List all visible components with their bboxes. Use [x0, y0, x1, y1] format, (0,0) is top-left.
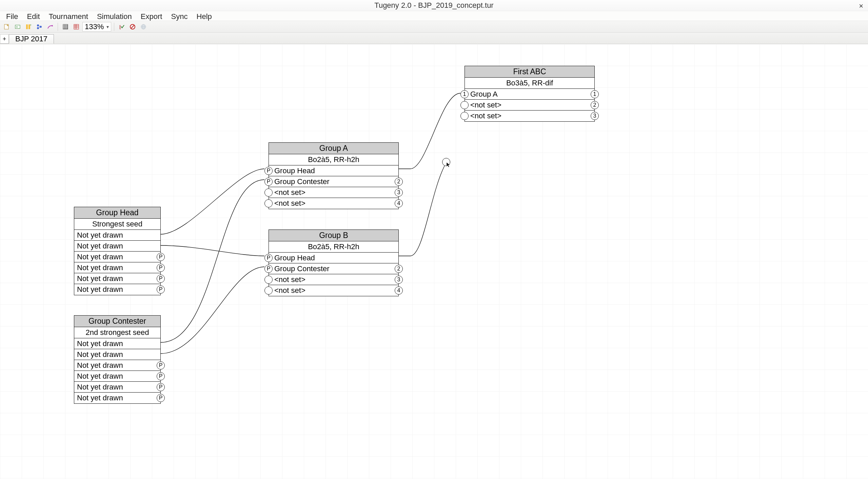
output-port[interactable]: 1	[591, 90, 599, 98]
input-port[interactable]	[264, 188, 273, 197]
new-branch-icon[interactable]	[35, 22, 44, 32]
zoom-selector[interactable]: 133%▾	[82, 22, 111, 32]
stage-row[interactable]: <not set> 4	[269, 198, 398, 209]
seed-row[interactable]: Not yet drawnP	[74, 284, 160, 295]
tab-bjp2017[interactable]: BJP 2017	[9, 34, 54, 44]
seed-row[interactable]: Not yet drawnP	[74, 360, 160, 371]
node-group-b[interactable]: Group B Bo2à5, RR-h2h P Group Head P Gro…	[269, 229, 399, 296]
input-port[interactable]: P	[264, 265, 273, 273]
stage-row[interactable]: P Group Contester 2	[269, 176, 398, 187]
stage-row[interactable]: <not set> 2	[465, 100, 594, 111]
stage-row[interactable]: <not set> 3	[269, 187, 398, 198]
seed-row[interactable]: Not yet drawnP	[74, 262, 160, 273]
menu-bar: File Edit Tournament Simulation Export S…	[0, 11, 868, 21]
input-port[interactable]	[264, 199, 273, 207]
stage-row[interactable]: P Group Contester 2	[269, 263, 398, 274]
node-subtitle: Bo2à5, RR-h2h	[269, 241, 398, 253]
seed-row[interactable]: Not yet drawn	[74, 230, 160, 241]
input-port[interactable]	[264, 286, 273, 295]
validate-icon[interactable]	[117, 22, 126, 32]
output-port[interactable]: P	[157, 383, 165, 391]
input-port[interactable]	[460, 101, 469, 109]
menu-edit[interactable]: Edit	[24, 11, 43, 21]
stage-row[interactable]: <not set> 3	[465, 111, 594, 121]
toolbar-separator	[58, 23, 58, 31]
node-subtitle: Strongest seed	[74, 219, 160, 230]
input-port[interactable]: P	[264, 254, 273, 262]
grid-icon[interactable]	[61, 22, 70, 32]
output-port[interactable]: P	[157, 275, 165, 283]
forbidden-icon[interactable]	[128, 22, 137, 32]
svg-line-10	[39, 25, 40, 27]
stage-row[interactable]: <not set> 4	[269, 285, 398, 296]
seed-row[interactable]: Not yet drawnP	[74, 252, 160, 262]
output-port[interactable]: 3	[591, 112, 599, 120]
node-title: Group A	[269, 143, 398, 154]
zoom-value: 133%	[85, 22, 104, 31]
node-subtitle: Bo2à5, RR-h2h	[269, 154, 398, 165]
output-port[interactable]: P	[157, 253, 165, 261]
menu-tournament[interactable]: Tournament	[45, 11, 92, 21]
output-port[interactable]: P	[157, 264, 165, 272]
node-first-abc[interactable]: First ABC Bo3à5, RR-dif 1 Group A 1 <not…	[465, 66, 595, 122]
menu-sync[interactable]: Sync	[168, 11, 191, 21]
output-port[interactable]: 3	[395, 188, 403, 197]
chevron-down-icon: ▾	[106, 24, 109, 29]
svg-line-26	[131, 25, 134, 28]
stage-row[interactable]: P Group Head	[269, 165, 398, 176]
output-port[interactable]: 2	[395, 265, 403, 273]
node-group-a[interactable]: Group A Bo2à5, RR-h2h P Group Head P Gro…	[269, 142, 399, 209]
svg-point-12	[52, 25, 53, 26]
node-title: Group B	[269, 230, 398, 241]
grid-red-icon[interactable]	[72, 22, 81, 32]
delete-icon[interactable]	[45, 22, 55, 32]
menu-export[interactable]: Export	[137, 11, 166, 21]
node-group-contester[interactable]: Group Contester 2nd strongest seed Not y…	[74, 315, 161, 404]
input-port[interactable]: P	[264, 167, 273, 175]
output-port[interactable]: P	[157, 394, 165, 402]
seed-row[interactable]: Not yet drawnP	[74, 273, 160, 284]
input-port[interactable]	[264, 276, 273, 284]
output-port[interactable]: 2	[395, 178, 403, 186]
close-icon[interactable]: ×	[859, 1, 863, 12]
node-title: First ABC	[465, 66, 594, 78]
input-port[interactable]	[460, 112, 469, 120]
new-stage-icon[interactable]: +	[13, 22, 22, 32]
cursor-icon	[446, 162, 452, 167]
output-port[interactable]: 4	[395, 286, 403, 295]
new-bracket-icon[interactable]: +	[24, 22, 33, 32]
seed-row[interactable]: Not yet drawn	[74, 349, 160, 360]
stage-row[interactable]: <not set> 3	[269, 274, 398, 285]
seed-row[interactable]: Not yet drawn	[74, 338, 160, 349]
stage-row[interactable]: P Group Head	[269, 253, 398, 263]
toolbar: + + 133%▾	[0, 21, 868, 33]
toolbar-separator-2	[114, 23, 114, 31]
add-tab-button[interactable]: +	[0, 34, 9, 44]
input-port[interactable]: 1	[460, 90, 469, 98]
menu-file[interactable]: File	[3, 11, 21, 21]
menu-simulation[interactable]: Simulation	[94, 11, 135, 21]
new-file-icon[interactable]	[2, 22, 12, 32]
seed-row[interactable]: Not yet drawnP	[74, 393, 160, 403]
globe-icon[interactable]	[139, 22, 148, 32]
window-title: Tugeny 2.0 - BJP_2019_concept.tur	[374, 1, 493, 9]
output-port[interactable]: 4	[395, 199, 403, 207]
output-port[interactable]: 3	[395, 276, 403, 284]
output-port[interactable]: P	[157, 361, 165, 370]
menu-help[interactable]: Help	[193, 11, 215, 21]
title-bar: Tugeny 2.0 - BJP_2019_concept.tur ×	[0, 0, 868, 11]
node-group-head[interactable]: Group Head Strongest seed Not yet drawn …	[74, 207, 161, 295]
output-port[interactable]: P	[157, 285, 165, 294]
output-port[interactable]: P	[157, 372, 165, 380]
seed-row[interactable]: Not yet drawn	[74, 241, 160, 252]
seed-row[interactable]: Not yet drawnP	[74, 382, 160, 393]
input-port[interactable]: P	[264, 178, 273, 186]
canvas[interactable]: Group Head Strongest seed Not yet drawn …	[0, 44, 868, 479]
output-port[interactable]: 2	[591, 101, 599, 109]
stage-row[interactable]: 1 Group A 1	[465, 89, 594, 100]
node-subtitle: 2nd strongest seed	[74, 327, 160, 338]
seed-row[interactable]: Not yet drawnP	[74, 371, 160, 382]
node-title: Group Contester	[74, 316, 160, 327]
svg-rect-20	[74, 24, 79, 29]
svg-rect-4	[26, 24, 28, 29]
